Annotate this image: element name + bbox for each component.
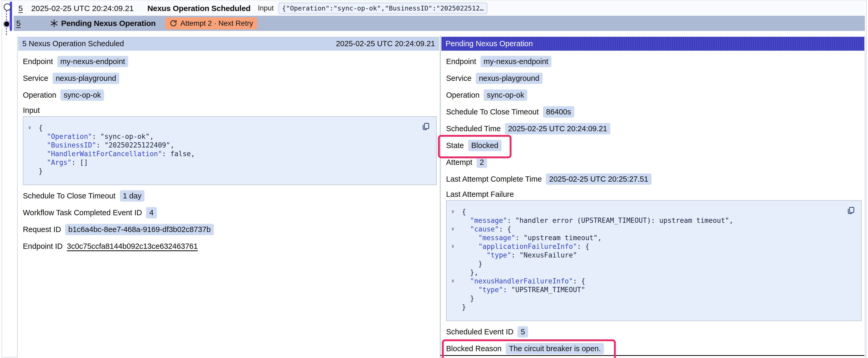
field-row-service: Servicenexus-playground [446,72,865,84]
field-row-operation: Operationsync-op-ok [23,89,440,101]
event-detail-panel-scheduled: 5 Nexus Operation Scheduled 2025-02-25 U… [17,35,440,358]
field-list: Scheduled Event ID5Blocked ReasonThe cir… [441,326,865,355]
code-line: }, [450,268,856,277]
field-label: Endpoint ID [23,242,63,251]
code-line: "BusinessID": "20250225122409", [27,141,431,150]
field-label: Workflow Task Completed Event ID [23,208,142,217]
field-label: Service [23,74,48,83]
field-row-endpoint-id: Endpoint ID3c0c75ccfa8144b092c13ce632463… [23,240,440,252]
field-value-badge: 86400s [543,106,574,118]
field-label: Endpoint [446,57,476,66]
failure-section-label: Last Attempt Failure [446,190,865,199]
field-row-state: StateBlocked [446,139,865,152]
field-list: Endpointmy-nexus-endpointServicenexus-pl… [18,55,440,101]
field-value-badge: b1c6a4bc-8ee7-468a-9169-df3b02c8737b [65,224,214,235]
field-row-scheduled-event-id: Scheduled Event ID5 [446,326,865,338]
input-json-viewer: ∨{ "Operation": "sync-op-ok", "BusinessI… [23,116,437,185]
retry-icon [169,20,177,27]
field-row-schedule-to-close-timeout: Schedule To Close Timeout1 day [23,190,440,202]
collapse-chevron-icon[interactable]: ∨ [451,209,454,214]
collapse-chevron-icon[interactable]: ∨ [451,226,454,231]
field-value-badge: my-nexus-endpoint [57,56,128,67]
field-row-attempt: Attempt2 [446,156,865,168]
timeline-connector [6,11,7,20]
code-line: ∨ "nexusHandlerFailureInfo": { [450,277,856,286]
field-value-badge: 2025-02-25 UTC 20:24:09.21 [505,123,610,134]
field-label: Endpoint [23,57,53,66]
panel-title: 5 Nexus Operation Scheduled [22,39,124,48]
code-line: "Args": [] [27,158,431,167]
field-row-scheduled-time: Scheduled Time2025-02-25 UTC 20:24:09.21 [446,123,865,135]
field-value-link[interactable]: 3c0c75ccfa8144b092c13ce632463761 [67,242,198,251]
code-line: ∨ "applicationFailureInfo": { [450,242,856,251]
code-line: } [450,260,856,268]
pending-asterisk-icon [50,19,59,28]
event-id-link[interactable]: 5 [19,4,23,13]
panel-header: 5 Nexus Operation Scheduled 2025-02-25 U… [18,37,439,51]
timeline-node-open[interactable] [4,3,11,11]
event-row-pending-nexus-operation[interactable]: 5 Pending Nexus Operation Attempt 2 · Ne… [14,16,865,31]
field-value-badge: nexus-playground [476,73,543,84]
field-value-badge: sync-op-ok [60,90,104,101]
panel-title: Pending Nexus Operation [445,39,533,48]
field-value-badge: 2 [476,157,487,168]
input-preview-chip[interactable]: {"Operation":"sync-op-ok","BusinessID":"… [278,3,488,14]
event-time: 2025-02-25 UTC 20:24:09.21 [31,4,134,13]
field-list: Endpointmy-nexus-endpointServicenexus-pl… [441,55,865,185]
field-label: Schedule To Close Timeout [446,108,539,116]
timeline-node-current[interactable] [4,22,9,27]
field-row-blocked-reason: Blocked ReasonThe circuit breaker is ope… [446,343,865,355]
input-section-label: Input [23,106,440,115]
field-value-badge: The circuit breaker is open. [506,343,604,354]
field-value-badge: Blocked [468,140,501,151]
field-row-workflow-task-completed-event-id: Workflow Task Completed Event ID4 [23,206,440,219]
attempt-retry-label: Attempt 2 · Next Retry [181,19,253,28]
field-value-badge: 5 [518,326,528,337]
field-value-badge: 1 day [120,190,145,202]
field-label: Attempt [446,158,472,167]
code-line: "message": "upstream timeout", [450,234,856,242]
field-row-request-id: Request IDb1c6a4bc-8ee7-468a-9169-df3b02… [23,223,440,235]
code-line: } [450,294,856,303]
event-id-link[interactable]: 5 [16,19,21,28]
panel-header-pending-striped: Pending Nexus Operation [441,37,864,51]
field-value-badge: my-nexus-endpoint [480,56,552,67]
event-title: Pending Nexus Operation [61,19,156,28]
field-label: Blocked Reason [446,344,501,353]
code-line: "Operation": "sync-op-ok", [27,132,431,141]
collapse-chevron-icon[interactable]: ∨ [451,243,454,249]
event-title: Nexus Operation Scheduled [147,4,251,13]
field-row-operation: Operationsync-op-ok [446,89,865,101]
field-label: Operation [446,91,479,99]
field-row-service: Servicenexus-playground [23,72,440,84]
code-line: ∨ "cause": { [450,225,856,234]
field-row-endpoint: Endpointmy-nexus-endpoint [446,55,865,67]
field-label: Request ID [23,225,61,234]
temporal-event-history-screen: 5 2025-02-25 UTC 20:24:09.21 Nexus Opera… [0,0,868,358]
code-line: ∨{ [27,124,431,132]
event-row-nexus-operation-scheduled[interactable]: 5 2025-02-25 UTC 20:24:09.21 Nexus Opera… [14,1,865,16]
field-value-badge: 2025-02-25 UTC 20:25:27.51 [546,173,651,185]
field-label: State [446,141,464,150]
event-detail-panel-pending: Pending Nexus Operation Endpointmy-nexus… [440,35,865,358]
field-row-endpoint: Endpointmy-nexus-endpoint [23,55,440,67]
field-label: Schedule To Close Timeout [23,192,116,200]
code-line: } [27,167,431,175]
field-value-badge: sync-op-ok [484,90,527,101]
field-label: Service [446,74,471,83]
attempt-retry-badge: Attempt 2 · Next Retry [165,17,257,29]
code-line: "type": "NexusFailure" [450,251,856,260]
field-list: Schedule To Close Timeout1 dayWorkflow T… [18,190,440,252]
collapse-chevron-icon[interactable]: ∨ [28,125,31,130]
code-line: } [450,303,856,312]
field-label: Last Attempt Complete Time [446,175,542,184]
code-line: "type": "UPSTREAM_TIMEOUT" [450,286,856,294]
panel-bottom-divider [440,355,864,356]
code-line: ∨{ [450,207,856,216]
code-line: "message": "handler error (UPSTREAM_TIME… [450,216,856,225]
collapse-chevron-icon[interactable]: ∨ [451,278,454,283]
field-value-badge: 4 [146,207,157,218]
field-value-badge: nexus-playground [53,73,120,84]
failure-json-viewer: ∨{ "message": "handler error (UPSTREAM_T… [446,200,862,321]
field-row-schedule-to-close-timeout: Schedule To Close Timeout86400s [446,106,865,118]
